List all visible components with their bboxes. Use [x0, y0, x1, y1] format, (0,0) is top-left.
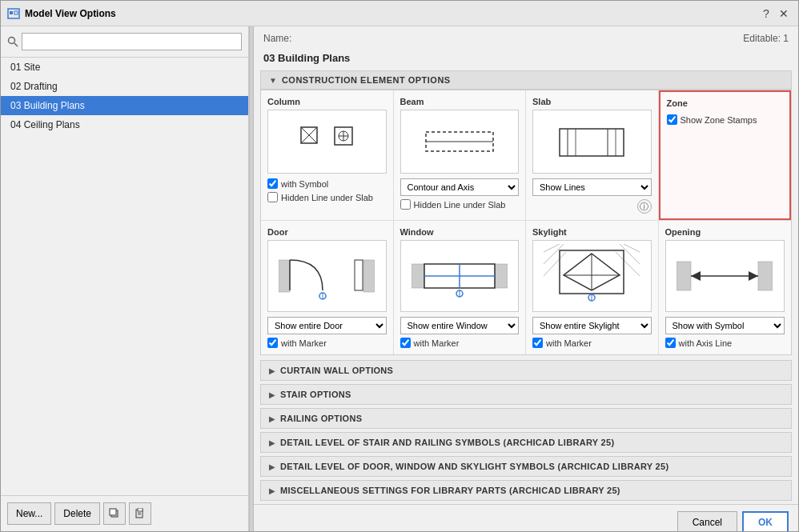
railing-header[interactable]: ▶ RAILING OPTIONS	[261, 409, 791, 428]
door-dropdown[interactable]: Show entire Door Show Door Hide Door	[267, 317, 387, 334]
zone-stamps-row: Show Zone Stamps	[667, 114, 784, 125]
search-area	[1, 26, 248, 58]
sidebar-item-drafting[interactable]: 02 Drafting	[1, 77, 248, 96]
stair-label: STAIR OPTIONS	[280, 390, 351, 399]
opening-label: Opening	[665, 227, 785, 237]
door-window-detail-section: ▶ DETAIL LEVEL OF DOOR, WINDOW AND SKYLI…	[260, 456, 792, 477]
beam-preview	[400, 110, 520, 174]
construction-section-header[interactable]: ▼ CONSTRUCTION ELEMENT OPTIONS	[261, 71, 791, 90]
main-panel: Name: Editable: 1 03 Building Plans ▼ CO…	[254, 26, 798, 531]
skylight-dropdown[interactable]: Show entire Skylight Show Skylight Hide …	[532, 317, 652, 334]
column-label: Column	[267, 97, 387, 106]
sidebar-item-ceiling-plans[interactable]: 04 Ceiling Plans	[1, 115, 248, 134]
window-dropdown-row: Show entire Window Show Window Hide Wind…	[400, 317, 520, 334]
ok-button[interactable]: OK	[742, 511, 789, 531]
opening-dropdown-row: Show with Symbol Show Opening Hide Openi…	[665, 317, 785, 334]
skylight-marker-checkbox[interactable]	[532, 338, 543, 348]
slab-label: Slab	[532, 97, 652, 106]
door-window-detail-label: DETAIL LEVEL OF DOOR, WINDOW AND SKYLIGH…	[280, 462, 669, 471]
stair-detail-section: ▶ DETAIL LEVEL OF STAIR AND RAILING SYMB…	[260, 432, 792, 453]
zone-label: Zone	[667, 98, 784, 108]
app-icon	[7, 7, 20, 20]
svg-rect-2	[14, 11, 18, 14]
stair-header[interactable]: ▶ STAIR OPTIONS	[261, 385, 791, 404]
door-window-detail-header[interactable]: ▶ DETAIL LEVEL OF DOOR, WINDOW AND SKYLI…	[261, 457, 791, 476]
beam-hidden-line-checkbox[interactable]	[400, 199, 411, 210]
nav-list: 01 Site 02 Drafting 03 Building Plans 04…	[1, 58, 248, 495]
slab-preview	[532, 110, 652, 174]
svg-rect-50	[677, 262, 691, 290]
opening-axis-label: with Axis Line	[679, 338, 733, 348]
construction-grid: Column	[261, 90, 791, 220]
help-button[interactable]: ?	[758, 6, 774, 22]
editable-label: Editable: 1	[743, 33, 789, 44]
svg-line-40	[544, 252, 566, 276]
zone-stamps-label: Show Zone Stamps	[681, 115, 757, 125]
skylight-dropdown-row: Show entire Skylight Show Skylight Hide …	[532, 317, 652, 334]
window-dropdown[interactable]: Show entire Window Show Window Hide Wind…	[400, 317, 520, 334]
delete-button[interactable]: Delete	[54, 502, 100, 525]
misc-label: MISCELLANEOUS SETTINGS FOR LIBRARY PARTS…	[280, 486, 620, 495]
svg-rect-8	[138, 508, 143, 511]
column-with-symbol-checkbox[interactable]	[267, 178, 278, 189]
door-cell: Door	[261, 221, 394, 354]
opening-axis-checkbox[interactable]	[665, 338, 676, 348]
beam-dropdown[interactable]: Contour and Axis Contour Only Axis Only	[400, 178, 520, 196]
new-button[interactable]: New...	[7, 502, 51, 525]
slab-dropdown[interactable]: Show Lines Hide Lines Contour Only	[532, 178, 652, 196]
svg-rect-51	[758, 262, 773, 290]
copy-button[interactable]	[103, 502, 126, 525]
construction-section-label: CONSTRUCTION ELEMENT OPTIONS	[282, 75, 451, 85]
name-row: 03 Building Plans	[254, 50, 798, 70]
door-label: Door	[267, 227, 387, 237]
beam-hidden-line-label: Hidden Line under Slab	[414, 200, 506, 210]
column-preview	[267, 110, 387, 174]
panel-header: Name: Editable: 1	[254, 26, 798, 50]
beam-hidden-line-row: Hidden Line under Slab	[400, 199, 520, 210]
curtain-wall-header[interactable]: ▶ CURTAIN WALL OPTIONS	[261, 361, 791, 380]
door-window-grid: Door	[261, 220, 791, 354]
svg-rect-30	[355, 260, 363, 290]
window-marker-label: with Marker	[414, 338, 460, 348]
misc-header[interactable]: ▶ MISCELLANEOUS SETTINGS FOR LIBRARY PAR…	[261, 481, 791, 500]
zone-stamps-checkbox[interactable]	[667, 114, 677, 125]
stair-detail-label: DETAIL LEVEL OF STAIR AND RAILING SYMBOL…	[280, 438, 614, 447]
skylight-preview	[532, 240, 652, 312]
window-title: Model View Options	[25, 8, 758, 19]
railing-arrow-icon: ▶	[269, 414, 275, 423]
railing-section: ▶ RAILING OPTIONS	[260, 408, 792, 429]
svg-rect-25	[279, 260, 290, 292]
column-cell: Column	[261, 90, 394, 220]
misc-section: ▶ MISCELLANEOUS SETTINGS FOR LIBRARY PAR…	[260, 480, 792, 501]
sidebar-item-building-plans[interactable]: 03 Building Plans	[1, 96, 248, 115]
sidebar-item-site[interactable]: 01 Site	[1, 58, 248, 77]
close-button[interactable]: ✕	[776, 6, 792, 22]
zone-cell: Zone Show Zone Stamps	[659, 90, 792, 220]
column-hidden-line-label: Hidden Line under Slab	[281, 193, 373, 202]
beam-label: Beam	[400, 97, 520, 106]
door-marker-checkbox[interactable]	[267, 338, 278, 348]
construction-section: ▼ CONSTRUCTION ELEMENT OPTIONS Column	[260, 70, 792, 355]
skylight-cell: Skylight	[526, 221, 659, 354]
window-marker-checkbox[interactable]	[400, 338, 411, 348]
slab-cell: Slab	[526, 90, 659, 220]
slab-info-icon[interactable]: ⓘ	[637, 199, 652, 214]
svg-rect-6	[110, 509, 116, 515]
door-preview	[267, 240, 387, 312]
column-hidden-line-checkbox[interactable]	[267, 192, 278, 202]
window-preview	[400, 240, 520, 312]
sidebar: 01 Site 02 Drafting 03 Building Plans 04…	[1, 26, 249, 531]
svg-rect-20	[560, 129, 624, 156]
opening-axis-row: with Axis Line	[665, 338, 785, 348]
opening-dropdown[interactable]: Show with Symbol Show Opening Hide Openi…	[665, 317, 785, 334]
door-marker-row: with Marker	[267, 338, 387, 348]
cancel-button[interactable]: Cancel	[677, 511, 737, 531]
stair-arrow-icon: ▶	[269, 390, 275, 399]
column-with-symbol-row: with Symbol	[267, 178, 387, 189]
paste-button[interactable]	[129, 502, 151, 525]
opening-cell: Opening	[659, 221, 792, 354]
door-window-detail-arrow-icon: ▶	[269, 462, 275, 471]
plan-name: 03 Building Plans	[263, 52, 350, 64]
stair-detail-header[interactable]: ▶ DETAIL LEVEL OF STAIR AND RAILING SYMB…	[261, 433, 791, 452]
search-input[interactable]	[22, 33, 242, 50]
